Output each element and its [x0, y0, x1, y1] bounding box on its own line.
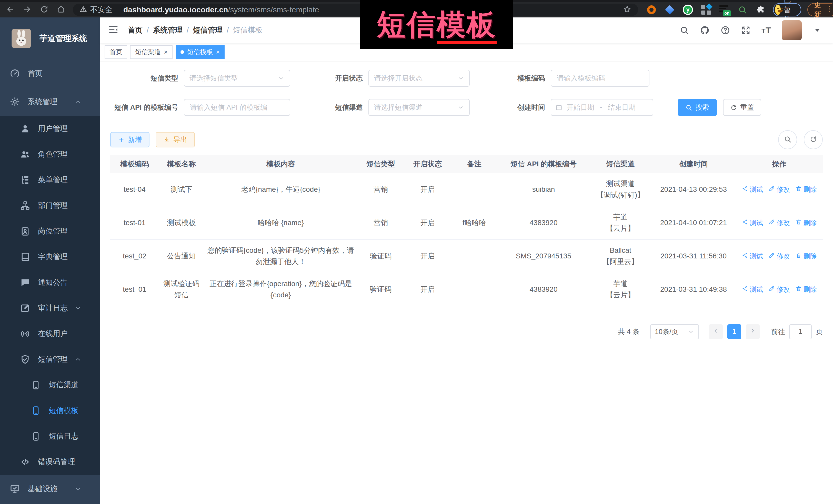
sms-type-select[interactable]: 请选择短信类型 [184, 70, 290, 87]
add-button[interactable]: 新增 [110, 132, 149, 147]
browser-profile-button[interactable]: 已暂停 [773, 3, 801, 17]
notice-icon [20, 278, 30, 288]
cell-api-template-id: SMS_207945135 [497, 239, 590, 273]
toggle-search-button[interactable] [778, 130, 797, 149]
refresh-table-button[interactable] [804, 130, 823, 149]
breadcrumb-item[interactable]: 系统管理 [153, 25, 183, 35]
sidebar-item-label: 字典管理 [38, 252, 68, 262]
sidebar-item-8[interactable]: 通知公告 [0, 270, 100, 295]
sidebar-item-5[interactable]: 部门管理 [0, 193, 100, 218]
sidebar-item-14[interactable]: 短信日志 [0, 424, 100, 449]
sidebar-item-15[interactable]: 错误码管理 [0, 449, 100, 475]
pagination: 共 4 条 10条/页 1 前往 页 [110, 324, 823, 339]
update-label: 更新 [814, 0, 821, 20]
delete-link[interactable]: 删除 [795, 217, 817, 229]
close-icon[interactable]: × [164, 49, 168, 55]
prev-page-button[interactable] [709, 324, 723, 339]
delete-link[interactable]: 删除 [795, 284, 817, 295]
sidebar-item-label: 审计日志 [38, 303, 68, 313]
edit-link[interactable]: 修改 [769, 217, 790, 229]
extension-grid-icon[interactable] [700, 4, 712, 16]
sidebar-item-6[interactable]: 岗位管理 [0, 218, 100, 244]
extension-gem-icon[interactable] [664, 4, 675, 16]
cell-remark [451, 239, 497, 273]
close-icon[interactable]: × [216, 49, 220, 55]
help-icon[interactable] [720, 25, 730, 35]
filter-label-template-code: 模板编码 [470, 74, 551, 83]
app-logo-row[interactable]: 芋道管理系统 [0, 18, 100, 59]
sidebar-item-2[interactable]: 用户管理 [0, 116, 100, 142]
phone-icon [31, 406, 41, 416]
tab-1[interactable]: 短信渠道× [130, 45, 172, 59]
search-button[interactable]: 搜索 [677, 99, 717, 116]
channel-select[interactable]: 请选择短信渠道 [368, 99, 470, 116]
delete-link[interactable]: 删除 [795, 184, 817, 195]
github-icon[interactable] [700, 25, 710, 35]
edit-icon [769, 184, 775, 195]
breadcrumb-item[interactable]: 短信管理 [193, 25, 222, 35]
menu-dots-icon[interactable] [825, 5, 833, 15]
sidebar-item-10[interactable]: 在线用户 [0, 321, 100, 346]
column-header: 创建时间 [651, 155, 736, 173]
sidebar-item-0[interactable]: 首页 [0, 59, 100, 88]
page-content: 短信类型 请选择短信类型 开启状态 请选择开启状态 [100, 61, 833, 504]
test-link[interactable]: 测试 [742, 184, 763, 195]
screen: 不安全 dashboard.yudao.iocoder.cn /system/s… [0, 0, 833, 504]
test-link[interactable]: 测试 [742, 284, 763, 295]
cell-template-name: 测试下 [159, 173, 204, 206]
address-bar[interactable]: 不安全 dashboard.yudao.iocoder.cn /system/s… [73, 4, 638, 16]
font-size-icon[interactable]: тT [761, 25, 771, 35]
extension-search-icon[interactable] [737, 4, 748, 16]
breadcrumb-item[interactable]: 首页 [128, 25, 143, 35]
test-link[interactable]: 测试 [742, 250, 763, 262]
edit-link[interactable]: 修改 [769, 284, 790, 295]
goto-page-input[interactable] [789, 324, 812, 339]
chevron-down-icon [278, 75, 285, 81]
next-page-button[interactable] [746, 324, 760, 339]
sidebar-item-7[interactable]: 字典管理 [0, 244, 100, 270]
extension-list-icon[interactable]: on [719, 4, 730, 16]
create-time-range-picker[interactable]: 开始日期 - 结束日期 [551, 99, 653, 116]
status-select[interactable]: 请选择开启状态 [368, 70, 470, 87]
sidebar-item-11[interactable]: 短信管理 [0, 346, 100, 372]
sidebar-item-9[interactable]: 审计日志 [0, 295, 100, 321]
template-code-input[interactable] [551, 70, 649, 87]
cell-remark [451, 273, 497, 306]
test-link-label: 测试 [750, 284, 763, 295]
extension-ring-icon[interactable] [646, 4, 657, 16]
page-size-select[interactable]: 10条/页 [650, 324, 699, 339]
extensions-puzzle-icon[interactable] [755, 4, 766, 16]
sidebar-item-16[interactable]: 基础设施 [0, 475, 100, 503]
home-icon[interactable] [56, 5, 66, 15]
sidebar-item-1[interactable]: 系统管理 [0, 88, 100, 116]
api-template-id-input[interactable] [184, 99, 290, 116]
tab-2[interactable]: 短信模板× [175, 45, 224, 59]
delete-link[interactable]: 删除 [795, 250, 817, 262]
chevron-left-icon [713, 328, 719, 336]
header-search-icon[interactable] [680, 25, 689, 35]
hamburger-icon[interactable] [108, 24, 119, 37]
extension-y-icon[interactable]: y [682, 4, 693, 16]
fullscreen-icon[interactable] [741, 25, 751, 35]
export-button[interactable]: 导出 [156, 132, 195, 147]
sidebar-item-3[interactable]: 角色管理 [0, 142, 100, 167]
bookmark-star-icon[interactable] [623, 5, 632, 15]
edit-link[interactable]: 修改 [769, 184, 790, 195]
reset-button[interactable]: 重置 [723, 99, 761, 116]
reload-icon[interactable] [40, 5, 49, 15]
browser-update-button[interactable]: 更新 [807, 3, 833, 17]
tab-0[interactable]: 首页 [104, 45, 127, 59]
user-avatar[interactable] [782, 20, 802, 40]
sidebar-item-12[interactable]: 短信渠道 [0, 372, 100, 398]
current-page-button[interactable]: 1 [728, 324, 741, 339]
edit-link[interactable]: 修改 [769, 250, 790, 262]
annotation-overlay: 短信模板 [360, 0, 513, 49]
forward-icon[interactable] [23, 5, 32, 15]
back-icon[interactable] [6, 5, 15, 15]
sidebar-item-4[interactable]: 菜单管理 [0, 167, 100, 193]
sidebar-item-13[interactable]: 短信模板 [0, 398, 100, 424]
avatar-caret-down-icon[interactable] [812, 25, 822, 35]
test-link[interactable]: 测试 [742, 217, 763, 229]
search-icon [685, 104, 692, 111]
breadcrumb: 首页/系统管理/短信管理/短信模板 [128, 25, 263, 35]
